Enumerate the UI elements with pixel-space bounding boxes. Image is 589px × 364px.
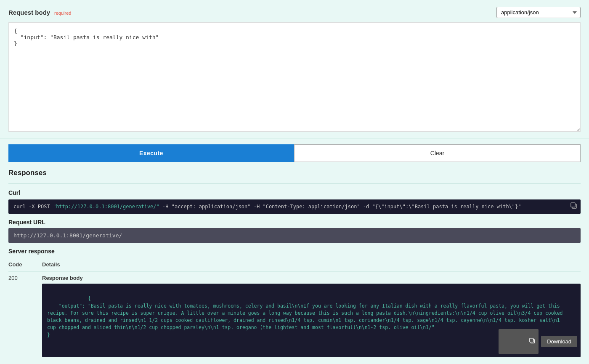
- response-code: 200: [8, 271, 42, 361]
- clear-button[interactable]: Clear: [294, 144, 581, 162]
- response-actions: Download: [499, 329, 577, 354]
- required-badge: required: [54, 11, 71, 16]
- code-header: Code: [8, 259, 42, 271]
- download-button[interactable]: Download: [541, 336, 577, 347]
- curl-block: curl -X POST "http://127.0.0.1:8001/gene…: [8, 199, 581, 214]
- responses-section: Responses Curl curl -X POST "http://127.…: [0, 162, 589, 364]
- response-copy-button[interactable]: [499, 329, 539, 354]
- svg-rect-3: [530, 338, 533, 342]
- curl-command: curl -X POST "http://127.0.0.1:8001/gene…: [13, 204, 521, 210]
- response-details: Response body { "output": "Basil pasta i…: [42, 271, 581, 361]
- curl-label: Curl: [8, 189, 581, 196]
- curl-copy-button[interactable]: [570, 202, 577, 211]
- svg-rect-1: [571, 203, 575, 207]
- request-url-block: http://127.0.0.1:8001/generative/: [8, 228, 581, 243]
- details-header: Details: [42, 259, 581, 271]
- responses-divider: [8, 183, 581, 183]
- response-body-block: { "output": "Basil pasta is really nice …: [42, 284, 581, 357]
- request-body-section: Request body required application/json t…: [0, 0, 589, 138]
- request-body-header: Request body required application/json t…: [8, 7, 581, 18]
- response-body-label: Response body: [42, 275, 581, 281]
- responses-title: Responses: [8, 169, 581, 177]
- response-table: Code Details 200 Response body { "output…: [8, 259, 581, 361]
- execute-button[interactable]: Execute: [8, 144, 294, 162]
- request-body-title: Request body: [8, 9, 50, 16]
- content-type-select[interactable]: application/json text/plain application/…: [496, 7, 581, 18]
- action-buttons: Execute Clear: [0, 144, 589, 162]
- request-url-label: Request URL: [8, 219, 581, 226]
- table-row: 200 Response body { "output": "Basil pas…: [8, 271, 581, 361]
- server-response-label: Server response: [8, 248, 581, 255]
- response-body-text: { "output": "Basil pasta is really nice …: [47, 295, 565, 337]
- request-body-textarea[interactable]: { "input": "Basil pasta is really nice w…: [8, 22, 581, 132]
